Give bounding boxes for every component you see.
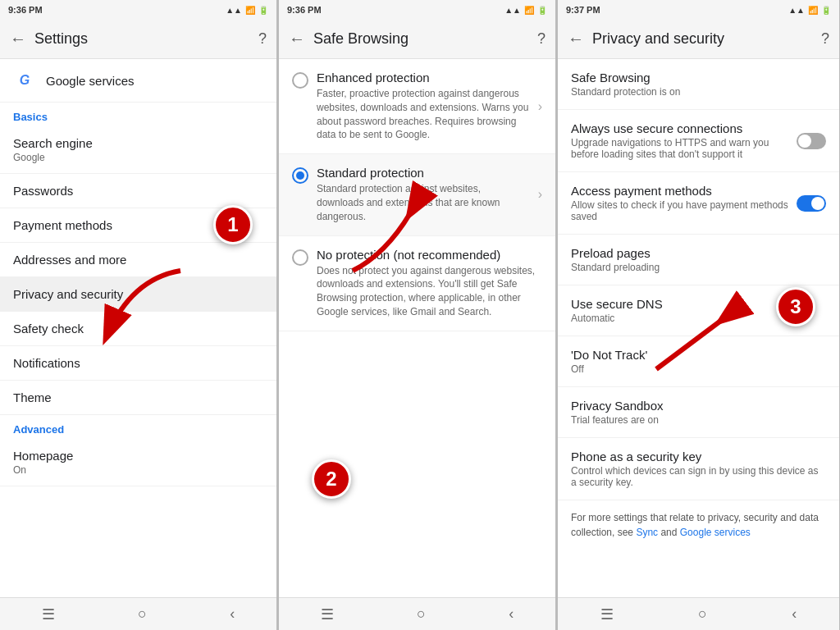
privacy-security-item[interactable]: Privacy and security	[0, 277, 276, 312]
do-not-track-item[interactable]: 'Do Not Track' Off	[558, 336, 839, 387]
enhanced-chevron: ›	[538, 99, 542, 114]
secure-connections-text: Always use secure connections Upgrade na…	[571, 121, 797, 160]
back-nav-3[interactable]: ‹	[792, 605, 797, 623]
help-icon-1[interactable]: ?	[258, 30, 267, 48]
privacy-sandbox-text: Privacy Sandbox Trial features are on	[571, 399, 826, 426]
footer-text: For more settings that relate to privacy…	[558, 500, 839, 550]
page-title-3: Privacy and security	[592, 30, 724, 48]
status-time-2: 9:36 PM	[287, 5, 322, 15]
signal-icon: ▲▲	[226, 6, 242, 15]
menu-nav-1[interactable]: ☰	[42, 605, 55, 623]
menu-nav-3[interactable]: ☰	[600, 605, 614, 623]
preload-pages-text: Preload pages Standard preloading	[571, 246, 826, 273]
safe-browsing-text: Safe Browsing Standard protection is on	[571, 71, 826, 98]
home-nav-3[interactable]: ○	[698, 605, 707, 623]
payment-methods-text: Payment methods	[13, 218, 112, 232]
page-title-1: Settings	[34, 30, 88, 48]
google-services-item[interactable]: G Google services	[0, 59, 276, 103]
no-protection-title: No protection (not recommended)	[317, 248, 542, 262]
addresses-item[interactable]: Addresses and more	[0, 243, 276, 277]
search-engine-subtitle: Google	[13, 152, 93, 163]
standard-radio-fill	[296, 171, 304, 180]
enhanced-title: Enhanced protection	[317, 71, 530, 84]
standard-desc: Standard protection against websites, do…	[317, 182, 530, 223]
secure-connections-toggle[interactable]	[797, 133, 826, 149]
enhanced-desc: Faster, proactive protection against dan…	[317, 87, 530, 142]
sync-link[interactable]: Sync	[636, 527, 658, 538]
status-icons-3: ▲▲ 📶 🔋	[788, 6, 831, 15]
google-services-link[interactable]: Google services	[680, 527, 751, 538]
help-icon-2[interactable]: ?	[537, 30, 546, 48]
battery-icon-2: 🔋	[537, 6, 547, 15]
badge-2: 2	[312, 459, 351, 499]
search-engine-item[interactable]: Search engine Google	[0, 126, 276, 174]
theme-item[interactable]: Theme	[0, 381, 276, 415]
do-not-track-text: 'Do Not Track' Off	[571, 348, 826, 375]
security-key-item[interactable]: Phone as a security key Control which de…	[558, 438, 839, 500]
homepage-title: Homepage	[13, 449, 73, 463]
homepage-item[interactable]: Homepage On	[0, 439, 276, 486]
wifi-icon: 📶	[245, 6, 255, 15]
enhanced-radio[interactable]	[292, 72, 308, 89]
safety-check-title: Safety check	[13, 322, 84, 336]
back-nav-2[interactable]: ‹	[509, 605, 514, 623]
no-protection-option[interactable]: No protection (not recommended) Does not…	[279, 236, 555, 331]
security-key-title: Phone as a security key	[571, 450, 826, 463]
google-services-text: Google services	[46, 74, 135, 88]
enhanced-protection-option[interactable]: Enhanced protection Faster, proactive pr…	[279, 59, 555, 154]
status-bar-2: 9:36 PM ▲▲ 📶 🔋	[279, 0, 555, 20]
section-basics: Basics	[0, 103, 276, 126]
privacy-security-text: Privacy and security	[13, 287, 123, 301]
bottom-nav-2: ☰ ○ ‹	[279, 597, 555, 630]
addresses-title: Addresses and more	[13, 253, 126, 267]
standard-radio[interactable]	[292, 167, 308, 184]
back-button-3[interactable]: ←	[568, 30, 584, 48]
back-button-1[interactable]: ←	[10, 30, 26, 48]
security-key-subtitle: Control which devices can sign in by usi…	[571, 465, 826, 488]
preload-pages-subtitle: Standard preloading	[571, 262, 826, 273]
do-not-track-subtitle: Off	[571, 363, 826, 375]
standard-chevron: ›	[538, 187, 542, 202]
battery-icon: 🔋	[258, 6, 268, 15]
notifications-item[interactable]: Notifications	[0, 346, 276, 381]
search-engine-title: Search engine	[13, 136, 93, 150]
payment-access-toggle[interactable]	[797, 195, 826, 212]
top-bar-left-1: ← Settings	[10, 30, 88, 48]
home-nav-2[interactable]: ○	[417, 605, 426, 623]
menu-nav-2[interactable]: ☰	[321, 605, 334, 623]
privacy-sandbox-item[interactable]: Privacy Sandbox Trial features are on	[558, 387, 839, 438]
back-button-2[interactable]: ←	[289, 30, 305, 48]
safety-check-item[interactable]: Safety check	[0, 312, 276, 346]
google-services-label: Google services	[46, 74, 135, 88]
privacy-sandbox-title: Privacy Sandbox	[571, 399, 826, 413]
passwords-item[interactable]: Passwords	[0, 174, 276, 208]
status-bar-1: 9:36 PM ▲▲ 📶 🔋	[0, 0, 276, 20]
help-icon-3[interactable]: ?	[821, 30, 829, 48]
home-nav-1[interactable]: ○	[138, 605, 147, 623]
security-key-text: Phone as a security key Control which de…	[571, 450, 826, 488]
google-logo: G	[13, 69, 36, 92]
homepage-subtitle: On	[13, 464, 73, 476]
toggle-knob-2	[811, 197, 824, 210]
privacy-sandbox-subtitle: Trial features are on	[571, 414, 826, 426]
back-nav-1[interactable]: ‹	[230, 605, 235, 623]
preload-pages-item[interactable]: Preload pages Standard preloading	[558, 235, 839, 285]
payment-access-item[interactable]: Access payment methods Allow sites to ch…	[558, 172, 839, 235]
safety-check-text: Safety check	[13, 322, 84, 336]
no-protection-radio[interactable]	[292, 249, 308, 266]
secure-connections-subtitle: Upgrade navigations to HTTPS and warn yo…	[571, 137, 797, 160]
safe-browsing-item[interactable]: Safe Browsing Standard protection is on	[558, 59, 839, 110]
section-advanced: Advanced	[0, 415, 276, 439]
standard-title: Standard protection	[317, 166, 530, 180]
payment-access-subtitle: Allow sites to check if you have payment…	[571, 199, 797, 222]
battery-icon-3: 🔋	[821, 6, 831, 15]
passwords-text: Passwords	[13, 184, 73, 198]
wifi-icon-2: 📶	[524, 6, 534, 15]
top-bar-2: ← Safe Browsing ?	[279, 20, 555, 59]
standard-protection-option[interactable]: Standard protection Standard protection …	[279, 154, 555, 235]
homepage-text: Homepage On	[13, 449, 73, 476]
secure-connections-item[interactable]: Always use secure connections Upgrade na…	[558, 110, 839, 172]
page-title-2: Safe Browsing	[313, 30, 409, 48]
signal-icon-2: ▲▲	[504, 6, 521, 15]
addresses-text: Addresses and more	[13, 253, 126, 267]
